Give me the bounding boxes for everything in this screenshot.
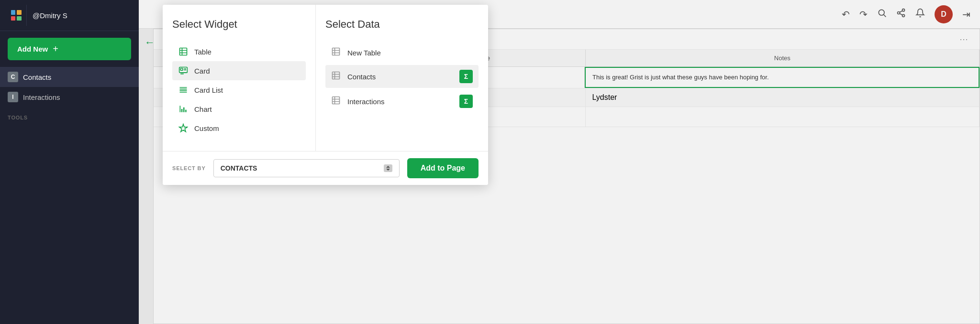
interactions-nav-label: Interactions — [23, 93, 60, 101]
modal-footer: SELECT BY CONTACTS Add to Page — [163, 151, 488, 185]
widget-item-chart[interactable]: Chart — [172, 99, 306, 119]
user-name: @Dmitry S — [33, 11, 67, 20]
data-new-table-label: New Table — [347, 49, 381, 57]
contacts-data-icon — [331, 71, 342, 82]
widget-card-list-label: Card List — [194, 86, 223, 94]
add-to-page-button[interactable]: Add to Page — [407, 158, 479, 178]
contacts-sigma-badge: Σ — [459, 70, 473, 83]
interactions-nav-icon: I — [8, 92, 18, 102]
widget-card-label: Card — [194, 67, 210, 75]
select-by-value: CONTACTS — [221, 164, 257, 172]
select-by-dropdown[interactable]: CONTACTS — [213, 159, 400, 177]
widget-item-custom[interactable]: Custom — [172, 119, 306, 138]
select-by-label: SELECT BY — [172, 165, 206, 171]
data-contacts-label: Contacts — [347, 73, 376, 81]
contacts-nav-icon: C — [8, 72, 18, 82]
modal-overlay: Select Widget Table — [139, 0, 980, 324]
widget-panel: Select Widget Table — [163, 5, 316, 151]
svg-rect-29 — [333, 72, 340, 79]
sidebar-item-contacts[interactable]: C Contacts — [0, 67, 139, 87]
main-content: ↶ ↷ D ⇥ — [139, 0, 980, 324]
widget-table-label: Table — [194, 48, 212, 56]
widget-custom-label: Custom — [194, 124, 219, 132]
widget-chart-label: Chart — [194, 105, 212, 113]
svg-rect-33 — [333, 97, 340, 104]
widget-item-card-list[interactable]: Card List — [172, 80, 306, 99]
interactions-sigma-badge: Σ — [459, 95, 473, 108]
table-widget-icon — [178, 47, 189, 56]
svg-rect-24 — [185, 110, 187, 112]
widget-item-card[interactable]: Card — [172, 61, 306, 80]
data-item-new-table[interactable]: New Table — [325, 42, 479, 63]
add-new-button[interactable]: Add New + — [8, 38, 131, 60]
data-interactions-label: Interactions — [347, 97, 385, 106]
widget-item-table[interactable]: Table — [172, 42, 306, 61]
plus-icon: + — [53, 43, 58, 54]
card-list-widget-icon — [178, 85, 189, 95]
card-widget-icon — [178, 66, 189, 76]
app-logo — [6, 5, 27, 26]
sidebar-header: @Dmitry S — [0, 0, 139, 31]
contacts-nav-label: Contacts — [23, 73, 51, 81]
chart-widget-icon — [178, 104, 189, 114]
svg-rect-7 — [180, 48, 187, 55]
sidebar: @Dmitry S Add New + C Contacts I Interac… — [0, 0, 139, 324]
data-panel: Select Data New Table — [316, 5, 488, 151]
svg-rect-23 — [183, 108, 185, 112]
svg-rect-12 — [180, 68, 183, 70]
data-item-interactions[interactable]: Interactions Σ — [325, 90, 479, 113]
dropdown-arrows-icon — [384, 164, 392, 172]
select-widget-modal: Select Widget Table — [163, 5, 488, 185]
new-table-data-icon — [331, 47, 342, 58]
svg-rect-25 — [333, 48, 340, 55]
interactions-data-icon — [331, 96, 342, 107]
modal-body: Select Widget Table — [163, 5, 488, 151]
add-new-label: Add New — [17, 45, 48, 53]
sidebar-item-interactions[interactable]: I Interactions — [0, 87, 139, 107]
tools-section-label: TOOLS — [0, 107, 139, 123]
data-item-contacts[interactable]: Contacts Σ — [325, 65, 479, 88]
data-panel-title: Select Data — [325, 18, 479, 31]
widget-panel-title: Select Widget — [172, 18, 306, 31]
svg-rect-22 — [181, 109, 183, 112]
custom-widget-icon — [178, 123, 189, 133]
